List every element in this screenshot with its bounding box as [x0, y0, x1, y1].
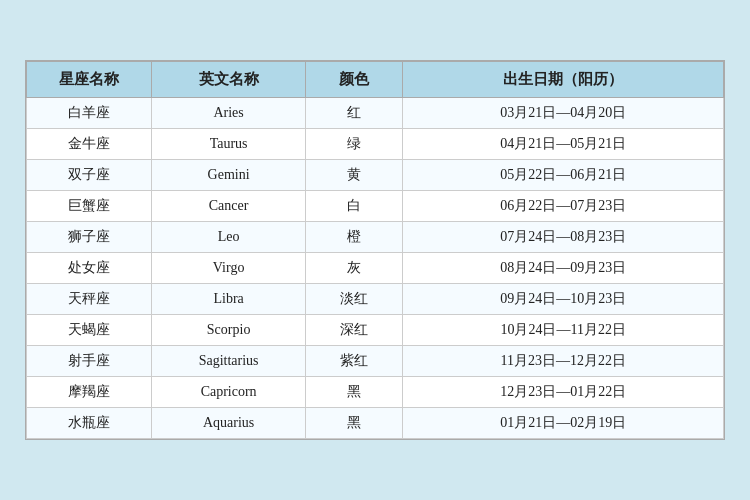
table-row: 水瓶座Aquarius黑01月21日—02月19日 — [27, 408, 724, 439]
table-row: 巨蟹座Cancer白06月22日—07月23日 — [27, 191, 724, 222]
cell-chinese: 摩羯座 — [27, 377, 152, 408]
cell-chinese: 双子座 — [27, 160, 152, 191]
table-row: 处女座Virgo灰08月24日—09月23日 — [27, 253, 724, 284]
cell-english: Cancer — [152, 191, 305, 222]
table-row: 金牛座Taurus绿04月21日—05月21日 — [27, 129, 724, 160]
cell-english: Scorpio — [152, 315, 305, 346]
cell-color: 深红 — [305, 315, 403, 346]
header-english: 英文名称 — [152, 62, 305, 98]
cell-date: 10月24日—11月22日 — [403, 315, 724, 346]
cell-color: 红 — [305, 98, 403, 129]
cell-date: 08月24日—09月23日 — [403, 253, 724, 284]
table-header-row: 星座名称 英文名称 颜色 出生日期（阳历） — [27, 62, 724, 98]
cell-date: 05月22日—06月21日 — [403, 160, 724, 191]
table-row: 摩羯座Capricorn黑12月23日—01月22日 — [27, 377, 724, 408]
zodiac-table-wrapper: 星座名称 英文名称 颜色 出生日期（阳历） 白羊座Aries红03月21日—04… — [25, 60, 725, 440]
cell-date: 01月21日—02月19日 — [403, 408, 724, 439]
cell-date: 03月21日—04月20日 — [403, 98, 724, 129]
cell-chinese: 水瓶座 — [27, 408, 152, 439]
cell-chinese: 处女座 — [27, 253, 152, 284]
cell-english: Capricorn — [152, 377, 305, 408]
cell-chinese: 天秤座 — [27, 284, 152, 315]
cell-date: 12月23日—01月22日 — [403, 377, 724, 408]
cell-date: 04月21日—05月21日 — [403, 129, 724, 160]
cell-color: 绿 — [305, 129, 403, 160]
header-chinese: 星座名称 — [27, 62, 152, 98]
cell-chinese: 金牛座 — [27, 129, 152, 160]
cell-english: Libra — [152, 284, 305, 315]
cell-english: Sagittarius — [152, 346, 305, 377]
cell-chinese: 天蝎座 — [27, 315, 152, 346]
cell-color: 灰 — [305, 253, 403, 284]
table-row: 双子座Gemini黄05月22日—06月21日 — [27, 160, 724, 191]
cell-color: 淡红 — [305, 284, 403, 315]
table-row: 天蝎座Scorpio深红10月24日—11月22日 — [27, 315, 724, 346]
table-row: 狮子座Leo橙07月24日—08月23日 — [27, 222, 724, 253]
cell-english: Leo — [152, 222, 305, 253]
header-date: 出生日期（阳历） — [403, 62, 724, 98]
cell-chinese: 白羊座 — [27, 98, 152, 129]
cell-color: 紫红 — [305, 346, 403, 377]
cell-english: Taurus — [152, 129, 305, 160]
cell-date: 07月24日—08月23日 — [403, 222, 724, 253]
cell-color: 黑 — [305, 408, 403, 439]
cell-english: Virgo — [152, 253, 305, 284]
table-body: 白羊座Aries红03月21日—04月20日金牛座Taurus绿04月21日—0… — [27, 98, 724, 439]
table-row: 天秤座Libra淡红09月24日—10月23日 — [27, 284, 724, 315]
cell-date: 06月22日—07月23日 — [403, 191, 724, 222]
table-row: 白羊座Aries红03月21日—04月20日 — [27, 98, 724, 129]
cell-english: Aquarius — [152, 408, 305, 439]
cell-color: 黑 — [305, 377, 403, 408]
cell-color: 白 — [305, 191, 403, 222]
cell-date: 11月23日—12月22日 — [403, 346, 724, 377]
table-row: 射手座Sagittarius紫红11月23日—12月22日 — [27, 346, 724, 377]
cell-english: Gemini — [152, 160, 305, 191]
cell-color: 橙 — [305, 222, 403, 253]
zodiac-table: 星座名称 英文名称 颜色 出生日期（阳历） 白羊座Aries红03月21日—04… — [26, 61, 724, 439]
cell-color: 黄 — [305, 160, 403, 191]
cell-date: 09月24日—10月23日 — [403, 284, 724, 315]
cell-chinese: 射手座 — [27, 346, 152, 377]
cell-chinese: 狮子座 — [27, 222, 152, 253]
cell-english: Aries — [152, 98, 305, 129]
header-color: 颜色 — [305, 62, 403, 98]
cell-chinese: 巨蟹座 — [27, 191, 152, 222]
